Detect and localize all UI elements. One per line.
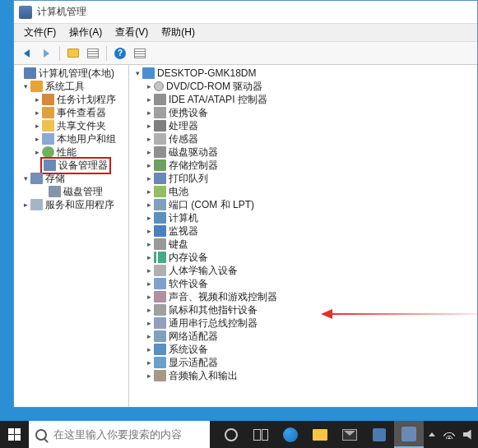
- expander-icon[interactable]: ▸: [144, 121, 154, 131]
- tree-disk-management[interactable]: 磁盘管理: [14, 185, 128, 198]
- expander-icon[interactable]: ▸: [32, 95, 42, 104]
- expander-icon[interactable]: ▸: [144, 134, 154, 144]
- device-category[interactable]: ▸传感器: [129, 132, 477, 145]
- expander-icon[interactable]: ▸: [144, 252, 154, 262]
- device-category[interactable]: ▸通用串行总线控制器: [129, 316, 477, 330]
- expander-icon[interactable]: ▸: [144, 173, 154, 183]
- left-tree-pane[interactable]: 计算机管理(本地) ▾ 系统工具 ▸ 任务计划程序 ▸ 事件查看器 ▸ 共享文件…: [14, 65, 129, 407]
- search-input[interactable]: 在这里输入你要搜索的内容: [29, 421, 210, 448]
- ide-icon: [154, 94, 166, 105]
- node-label: 音频输入和输出: [169, 369, 238, 383]
- folder-button[interactable]: [64, 44, 82, 62]
- expander-icon[interactable]: ▸: [32, 134, 42, 144]
- expander-icon[interactable]: ▸: [32, 147, 42, 157]
- menu-action[interactable]: 操作(A): [63, 24, 109, 41]
- expander-icon[interactable]: ▸: [32, 121, 42, 131]
- tree-device-manager[interactable]: 设备管理器: [14, 159, 128, 172]
- menu-help[interactable]: 帮助(H): [155, 24, 202, 41]
- expander-icon[interactable]: ▸: [144, 318, 154, 328]
- expander-icon[interactable]: ▸: [144, 187, 154, 196]
- expander-icon[interactable]: ▸: [144, 95, 154, 104]
- device-category[interactable]: ▸鼠标和其他指针设备: [129, 303, 477, 316]
- expander-icon[interactable]: ▸: [144, 147, 154, 157]
- right-tree-pane[interactable]: ▾ DESKTOP-GMK18DM ▸DVD/CD-ROM 驱动器▸IDE AT…: [129, 65, 477, 407]
- help-button[interactable]: ?: [111, 44, 129, 62]
- tree-services-apps[interactable]: ▸ 服务和应用程序: [14, 198, 128, 211]
- node-label: 存储: [45, 172, 65, 186]
- expander-icon[interactable]: ▾: [21, 81, 30, 91]
- expander-icon[interactable]: ▸: [144, 279, 154, 289]
- system-tray[interactable]: [424, 421, 478, 448]
- store-button[interactable]: [364, 421, 394, 448]
- device-category[interactable]: ▸端口 (COM 和 LPT): [129, 198, 477, 211]
- expander-icon[interactable]: ▸: [144, 305, 154, 315]
- app-icon: [401, 427, 416, 441]
- expander-icon[interactable]: ▸: [144, 200, 154, 210]
- expander-icon[interactable]: ▸: [144, 226, 154, 236]
- back-button[interactable]: [17, 44, 35, 62]
- device-category[interactable]: ▸打印队列: [129, 172, 477, 185]
- device-category[interactable]: ▸存储控制器: [129, 159, 477, 172]
- device-category[interactable]: ▸IDE ATA/ATAPI 控制器: [129, 93, 477, 106]
- expander-icon[interactable]: ▸: [21, 200, 30, 210]
- tree-local-users[interactable]: ▸ 本地用户和组: [14, 132, 128, 145]
- chevron-up-icon[interactable]: [429, 432, 435, 436]
- tree-shared-folders[interactable]: ▸ 共享文件夹: [14, 119, 128, 132]
- list-button[interactable]: [84, 44, 102, 62]
- tree-system-tools[interactable]: ▾ 系统工具: [14, 80, 128, 93]
- cpu-icon: [154, 120, 166, 132]
- expander-icon[interactable]: ▸: [144, 108, 154, 118]
- device-root[interactable]: ▾ DESKTOP-GMK18DM: [129, 67, 477, 80]
- device-category[interactable]: ▸人体学输入设备: [129, 264, 477, 277]
- expander-icon[interactable]: ▸: [144, 358, 154, 367]
- device-category[interactable]: ▸系统设备: [129, 343, 477, 356]
- expander-icon[interactable]: ▸: [144, 371, 154, 381]
- cortana-button[interactable]: [216, 421, 246, 448]
- device-category[interactable]: ▸音频输入和输出: [129, 369, 477, 382]
- forward-button[interactable]: [37, 44, 55, 62]
- print-queue-icon: [154, 173, 166, 184]
- expander-icon[interactable]: ▸: [144, 344, 154, 354]
- mail-button[interactable]: [335, 421, 364, 448]
- taskview-button[interactable]: [246, 421, 276, 448]
- speaker-icon[interactable]: [463, 430, 473, 440]
- tree-root[interactable]: 计算机管理(本地): [14, 67, 128, 80]
- tree-task-scheduler[interactable]: ▸ 任务计划程序: [14, 93, 128, 106]
- device-category[interactable]: ▸显示适配器: [129, 356, 477, 369]
- start-button[interactable]: [0, 421, 29, 448]
- edge-button[interactable]: [276, 421, 305, 448]
- expander-icon[interactable]: [14, 68, 24, 78]
- device-category[interactable]: ▸磁盘驱动器: [129, 145, 477, 159]
- list2-button[interactable]: [131, 44, 149, 62]
- device-category[interactable]: ▸软件设备: [129, 277, 477, 290]
- expander-icon[interactable]: ▸: [144, 239, 154, 249]
- expander-icon[interactable]: ▸: [32, 108, 42, 118]
- menu-view[interactable]: 查看(V): [109, 24, 155, 41]
- device-category[interactable]: ▸声音、视频和游戏控制器: [129, 290, 477, 303]
- expander-icon[interactable]: [39, 187, 49, 196]
- device-category[interactable]: ▸监视器: [129, 224, 477, 238]
- expander-icon[interactable]: ▸: [144, 81, 154, 91]
- device-category[interactable]: ▸处理器: [129, 119, 477, 132]
- expander-icon[interactable]: ▸: [144, 213, 154, 223]
- device-category[interactable]: ▸内存设备: [129, 251, 477, 264]
- explorer-button[interactable]: [305, 421, 335, 448]
- device-category[interactable]: ▸键盘: [129, 238, 477, 251]
- device-category[interactable]: ▸网络适配器: [129, 330, 477, 343]
- menu-file[interactable]: 文件(F): [17, 24, 63, 41]
- expander-icon[interactable]: ▾: [132, 68, 142, 78]
- node-label: 存储控制器: [169, 159, 218, 173]
- expander-icon[interactable]: ▸: [144, 160, 154, 170]
- expander-icon[interactable]: ▾: [21, 173, 30, 183]
- expander-icon[interactable]: ▸: [144, 292, 154, 302]
- device-category[interactable]: ▸便携设备: [129, 106, 477, 119]
- expander-icon[interactable]: ▸: [144, 266, 154, 275]
- device-category[interactable]: ▸电池: [129, 185, 477, 198]
- device-category[interactable]: ▸计算机: [129, 211, 477, 224]
- event-icon: [42, 107, 54, 118]
- mmc-app-button[interactable]: [394, 421, 424, 448]
- expander-icon[interactable]: ▸: [144, 331, 154, 341]
- device-category[interactable]: ▸DVD/CD-ROM 驱动器: [129, 80, 477, 93]
- wifi-icon[interactable]: [443, 431, 455, 439]
- tree-event-viewer[interactable]: ▸ 事件查看器: [14, 106, 128, 119]
